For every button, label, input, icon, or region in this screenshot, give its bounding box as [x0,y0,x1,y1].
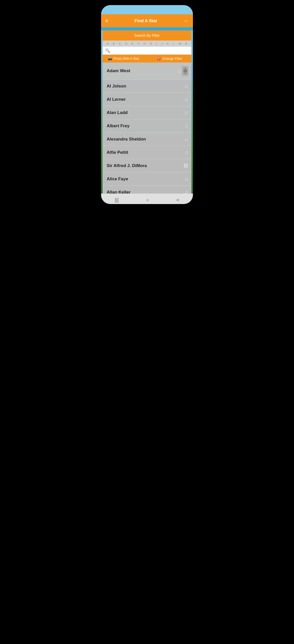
alpha-B[interactable]: B [113,42,115,45]
menu-button[interactable]: ≡ [105,18,108,24]
sort-up-arrow: ▲ [184,67,186,69]
android-home-button[interactable]: ○ [141,196,154,204]
change-filter-button[interactable]: ⛽ Change Filter [156,57,182,60]
star-name: Al Jolson [107,84,126,89]
photo-icon [184,163,188,169]
list-item[interactable]: Al Jolson [103,80,191,93]
search-input[interactable] [112,49,189,53]
action-bar: 📷 Photo With A Star ⛽ Change Filter [103,55,191,62]
android-menu-button[interactable]: ||| [109,196,124,204]
alphabet-row: ABCDEFGHIJKLMN [103,41,191,47]
photo-with-star-button[interactable]: 📷 Photo With A Star [107,57,139,60]
alpha-F[interactable]: F [138,42,139,45]
star-name: Alfie Pettit [107,150,128,155]
search-box-container: 🔍 [103,47,191,55]
star-list: Adam West ▲ ▼ Al JolsonAl LernerAlan Lad… [103,62,191,194]
camera-icon: 📷 [108,57,112,60]
alpha-J[interactable]: J [161,42,163,45]
alpha-C[interactable]: C [119,42,121,45]
list-item[interactable]: Sir Alfred J. DiMora [103,159,191,172]
star-name: Albert Frey [107,123,130,129]
alpha-A[interactable]: A [107,42,108,45]
music-note-icon [185,176,188,182]
alpha-K[interactable]: K [167,42,168,45]
music-note-icon [185,123,188,129]
star-name: Al Lerner [107,97,126,102]
photo-with-star-label: Photo With A Star [113,57,139,60]
list-item[interactable]: Adam West ▲ ▼ [103,62,191,80]
star-name: Alice Faye [107,176,128,182]
music-note-icon [185,136,188,142]
bottom-nav: ||| ○ < [101,194,193,204]
music-note-icon [185,149,188,155]
star-name: Alexandra Sheldon [107,137,146,142]
star-name: Adam West [107,68,130,73]
list-item[interactable]: Albert Frey [103,119,191,133]
filter-icon: ⛽ [157,57,161,60]
list-item[interactable]: Al Lerner [103,93,191,106]
alpha-M[interactable]: M [179,42,181,45]
alpha-G[interactable]: G [143,42,146,45]
music-note-icon [177,68,181,74]
sort-button[interactable]: ▲ ▼ [182,66,188,76]
blue-strip [101,27,193,30]
alpha-D[interactable]: D [125,42,127,45]
star-name: Allan Keller [107,190,131,194]
back-button[interactable]: ← [184,18,189,24]
app-container: ≡ Find A Star ← Search By Filter ABCDEFG… [101,14,193,204]
header: ≡ Find A Star ← [101,14,193,27]
alpha-H[interactable]: H [150,42,152,45]
star-name: Sir Alfred J. DiMora [107,163,147,168]
list-item[interactable]: Alice Faye [103,172,191,186]
search-icon: 🔍 [105,48,110,53]
page-title: Find A Star [134,18,157,23]
main-content: Search By Filter ABCDEFGHIJKLMN 🔍 📷 Phot… [103,30,191,194]
list-item[interactable]: Alexandra Sheldon [103,133,191,146]
android-back-button[interactable]: < [171,196,185,204]
music-note-icon [185,110,188,116]
music-note-icon [185,83,188,89]
alpha-I[interactable]: I [156,42,157,45]
music-note-icon [185,189,188,194]
list-item[interactable]: Alfie Pettit [103,146,191,159]
search-by-filter-button[interactable]: Search By Filter [103,30,191,41]
list-item[interactable]: Allan Keller [103,186,191,194]
alpha-L[interactable]: L [173,42,174,45]
sort-lines [183,70,187,72]
alpha-N[interactable]: N [185,42,187,45]
alpha-E[interactable]: E [131,42,133,45]
sort-down-arrow: ▼ [184,72,186,75]
change-filter-label: Change Filter [162,57,182,60]
star-name: Alan Ladd [107,110,128,115]
music-note-icon [185,96,188,102]
list-item[interactable]: Alan Ladd [103,106,191,119]
